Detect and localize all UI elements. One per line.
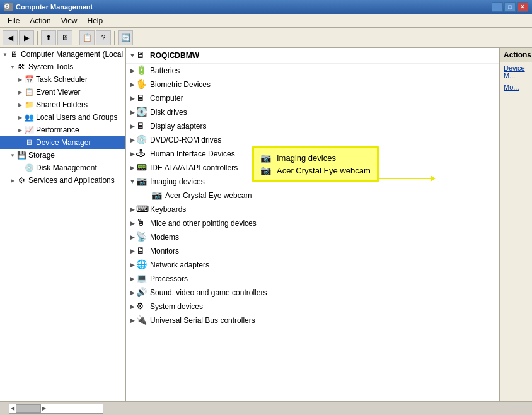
- toolbar-separator-1: [37, 31, 38, 45]
- device-keyboards[interactable]: ▶ ⌨ Keyboards: [126, 202, 499, 216]
- tree-shared-folders[interactable]: ▶ 📁 Shared Folders: [0, 98, 125, 111]
- storage-label: Storage: [28, 151, 55, 160]
- roq-label: ROQICDBMW: [150, 51, 199, 60]
- roq-root[interactable]: ▼ 🖥 ROQICDBMW: [126, 48, 499, 64]
- device-system[interactable]: ▶ ⚙ System devices: [126, 300, 499, 313]
- sound-icon: 🔊: [136, 287, 147, 298]
- services-apps-label: Services and Applications: [28, 176, 115, 185]
- local-users-label: Local Users and Groups: [36, 113, 117, 122]
- up-button[interactable]: ⬆: [41, 30, 56, 45]
- device-webcam[interactable]: 📷 Acer Crystal Eye webcam: [126, 189, 499, 202]
- ide-icon: 📟: [136, 162, 147, 173]
- tree-system-tools[interactable]: ▼ 🛠 System Tools: [0, 61, 125, 73]
- processors-icon: 💻: [136, 273, 147, 284]
- biometric-arrow: ▶: [129, 81, 136, 88]
- status-bar: ◀ ▶: [0, 401, 532, 415]
- tree-storage[interactable]: ▼ 💾 Storage: [0, 149, 125, 161]
- device-manager-label: Device Manager: [36, 138, 91, 147]
- disk-drives-icon: 💽: [136, 107, 147, 118]
- actions-header: Actions: [500, 48, 532, 62]
- back-button[interactable]: ◀: [3, 30, 18, 45]
- keyboards-label: Keyboards: [150, 205, 186, 214]
- dvd-rom-label: DVD/CD-ROM drives: [150, 136, 221, 144]
- device-processors[interactable]: ▶ 💻 Processors: [126, 272, 499, 286]
- actions-device-manager[interactable]: Device M...: [500, 62, 532, 81]
- tree-event-viewer[interactable]: ▶ 📋 Event Viewer: [0, 86, 125, 98]
- device-modems[interactable]: ▶ 📡 Modems: [126, 230, 499, 244]
- sound-label: Sound, video and game controllers: [150, 288, 267, 297]
- biometric-label: Biometric Devices: [150, 80, 211, 89]
- dvd-rom-arrow: ▶: [129, 137, 136, 143]
- menu-file[interactable]: File: [3, 15, 25, 26]
- services-apps-arrow: ▶: [9, 178, 16, 184]
- device-mice[interactable]: ▶ 🖱 Mice and other pointing devices: [126, 216, 499, 230]
- tooltip-row-webcam: 📷 Acer Crystal Eye webcam: [260, 164, 371, 177]
- device-sound[interactable]: ▶ 🔊 Sound, video and game controllers: [126, 286, 499, 300]
- tree-disk-management[interactable]: 💿 Disk Management: [0, 161, 125, 174]
- horizontal-scrollbar[interactable]: ◀ ▶: [9, 404, 103, 414]
- device-dvd-rom[interactable]: ▶ 💿 DVD/CD-ROM drives: [126, 133, 499, 147]
- scroll-thumb[interactable]: [16, 404, 41, 413]
- device-monitors[interactable]: ▶ 🖥 Monitors: [126, 244, 499, 258]
- shared-folders-arrow: ▶: [16, 102, 24, 108]
- device-network[interactable]: ▶ 🌐 Network adapters: [126, 258, 499, 272]
- tooltip-webcam-icon: 📷: [260, 165, 273, 175]
- menu-action[interactable]: Action: [25, 15, 55, 26]
- device-computer[interactable]: ▶ 🖥 Computer: [126, 91, 499, 105]
- network-label: Network adapters: [150, 260, 209, 269]
- disk-drives-arrow: ▶: [129, 109, 136, 115]
- device-disk-drives[interactable]: ▶ 💽 Disk drives: [126, 105, 499, 119]
- monitors-icon: 🖥: [136, 245, 147, 257]
- help-button[interactable]: ?: [96, 30, 111, 45]
- maximize-button[interactable]: □: [504, 2, 516, 12]
- menu-bar: File Action View Help: [0, 14, 532, 28]
- disk-management-icon: 💿: [24, 163, 34, 173]
- root-icon: 🖥: [9, 49, 19, 59]
- close-button[interactable]: ✕: [517, 2, 528, 12]
- performance-arrow: ▶: [16, 127, 24, 133]
- tree-task-scheduler[interactable]: ▶ 📅 Task Scheduler: [0, 73, 125, 86]
- device-display-adapters[interactable]: ▶ 🖥 Display adapters: [126, 119, 499, 133]
- tree-local-users[interactable]: ▶ 👥 Local Users and Groups: [0, 111, 125, 124]
- toolbar: ◀ ▶ ⬆ 🖥 📋 ? 🔄: [0, 28, 532, 48]
- scroll-right-arrow[interactable]: ▶: [41, 406, 47, 411]
- tree-root[interactable]: ▼ 🖥 Computer Management (Local: [0, 48, 125, 61]
- biometric-icon: 🖐: [136, 79, 147, 90]
- webcam-label: Acer Crystal Eye webcam: [165, 191, 252, 200]
- device-usb[interactable]: ▶ 🔌 Universal Serial Bus controllers: [126, 313, 499, 327]
- roq-icon: 🖥: [136, 50, 147, 61]
- mice-arrow: ▶: [129, 220, 136, 226]
- shared-folders-icon: 📁: [24, 100, 34, 110]
- device-biometric[interactable]: ▶ 🖐 Biometric Devices: [126, 78, 499, 91]
- properties-button[interactable]: 📋: [79, 30, 95, 45]
- forward-button[interactable]: ▶: [19, 30, 34, 45]
- display-adapters-label: Display adapters: [150, 122, 206, 131]
- tooltip-imaging-icon: 📷: [260, 153, 273, 163]
- tree-device-manager[interactable]: 🖥 Device Manager: [0, 136, 125, 149]
- computer-label: Computer: [150, 94, 183, 103]
- system-tools-label: System Tools: [28, 62, 73, 71]
- network-arrow: ▶: [129, 262, 136, 268]
- scroll-left-arrow[interactable]: ◀: [9, 406, 16, 411]
- system-label: System devices: [150, 302, 203, 311]
- menu-help[interactable]: Help: [83, 15, 108, 26]
- dvd-rom-icon: 💿: [136, 134, 147, 146]
- minimize-button[interactable]: _: [492, 2, 503, 12]
- display-adapters-arrow: ▶: [129, 123, 136, 129]
- storage-arrow: ▼: [9, 153, 16, 158]
- modems-icon: 📡: [136, 231, 147, 243]
- tooltip-webcam-label: Acer Crystal Eye webcam: [277, 166, 371, 175]
- batteries-label: Batteries: [150, 66, 180, 75]
- ide-label: IDE ATA/ATAPI controllers: [150, 163, 238, 172]
- refresh-button[interactable]: 🔄: [118, 30, 133, 45]
- disk-drives-label: Disk drives: [150, 108, 187, 117]
- roq-expand-arrow: ▼: [129, 52, 136, 59]
- menu-view[interactable]: View: [56, 15, 83, 26]
- device-batteries[interactable]: ▶ 🔋 Batteries: [126, 64, 499, 78]
- network-icon: 🌐: [136, 259, 147, 271]
- actions-more[interactable]: Mo...: [500, 81, 532, 93]
- title-bar: ⚙ Computer Management _ □ ✕: [0, 0, 532, 14]
- show-hide-button[interactable]: 🖥: [57, 30, 72, 45]
- tree-performance[interactable]: ▶ 📈 Performance: [0, 124, 125, 136]
- tree-services-apps[interactable]: ▶ ⚙ Services and Applications: [0, 174, 125, 187]
